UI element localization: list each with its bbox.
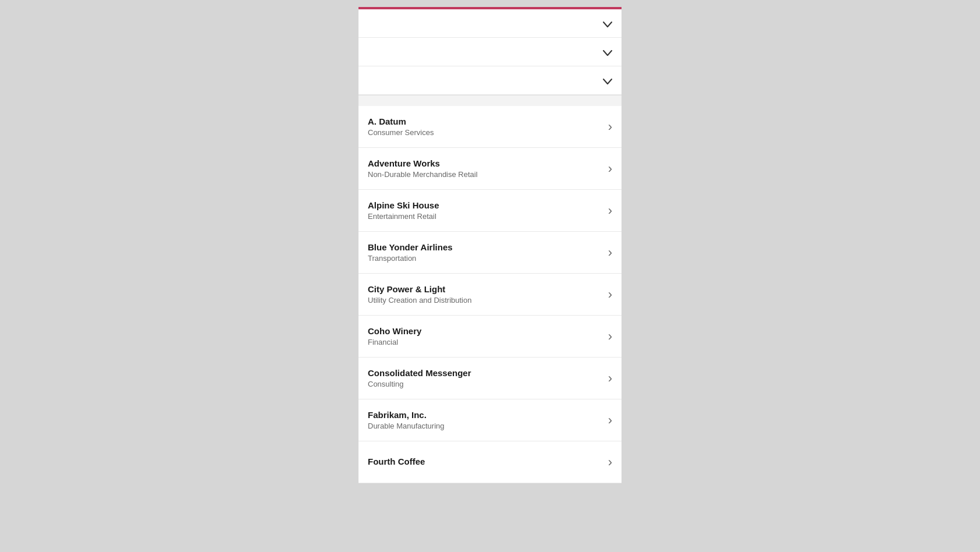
- list-item-fourth-coffee[interactable]: Fourth Coffee›: [358, 441, 622, 483]
- list-item-adventure-works[interactable]: Adventure WorksNon-Durable Merchandise R…: [358, 148, 622, 190]
- list-item-subtitle-a-datum: Consumer Services: [368, 128, 603, 137]
- list-item-content-coho-winery: Coho WineryFinancial: [368, 326, 603, 346]
- list-item-title-alpine-ski-house: Alpine Ski House: [368, 200, 603, 210]
- list-item-title-a-datum: A. Datum: [368, 116, 603, 126]
- filter-row-1[interactable]: [358, 9, 622, 38]
- list-item-content-fabrikam-inc: Fabrikam, Inc.Durable Manufacturing: [368, 410, 603, 430]
- chevron-right-icon-city-power-light: ›: [608, 287, 612, 302]
- list-item-title-blue-yonder-airlines: Blue Yonder Airlines: [368, 242, 603, 252]
- filter-row-2[interactable]: [358, 38, 622, 66]
- list-item-content-alpine-ski-house: Alpine Ski HouseEntertainment Retail: [368, 200, 603, 221]
- list-item-subtitle-fabrikam-inc: Durable Manufacturing: [368, 422, 603, 430]
- list-item-subtitle-consolidated-messenger: Consulting: [368, 380, 603, 388]
- list-item-title-coho-winery: Coho Winery: [368, 326, 603, 336]
- chevron-right-icon-alpine-ski-house: ›: [608, 203, 612, 218]
- list-item-consolidated-messenger[interactable]: Consolidated MessengerConsulting›: [358, 358, 622, 399]
- list-item-title-city-power-light: City Power & Light: [368, 284, 603, 294]
- chevron-down-icon-1: [603, 17, 612, 29]
- list-item-title-consolidated-messenger: Consolidated Messenger: [368, 368, 603, 378]
- filter-row-3[interactable]: [358, 66, 622, 95]
- chevron-right-icon-adventure-works: ›: [608, 161, 612, 176]
- list-item-subtitle-blue-yonder-airlines: Transportation: [368, 254, 603, 263]
- list-item-subtitle-coho-winery: Financial: [368, 338, 603, 346]
- list-item-content-consolidated-messenger: Consolidated MessengerConsulting: [368, 368, 603, 388]
- list-item-content-fourth-coffee: Fourth Coffee: [368, 457, 603, 468]
- list-item-subtitle-adventure-works: Non-Durable Merchandise Retail: [368, 170, 603, 179]
- chevron-right-icon-fabrikam-inc: ›: [608, 413, 612, 428]
- list-item-content-a-datum: A. DatumConsumer Services: [368, 116, 603, 137]
- filter-section: [358, 9, 622, 95]
- list-item-fabrikam-inc[interactable]: Fabrikam, Inc.Durable Manufacturing›: [358, 399, 622, 441]
- list-item-title-fourth-coffee: Fourth Coffee: [368, 457, 603, 466]
- list-item-content-blue-yonder-airlines: Blue Yonder AirlinesTransportation: [368, 242, 603, 263]
- list-item-coho-winery[interactable]: Coho WineryFinancial›: [358, 316, 622, 358]
- chevron-right-icon-consolidated-messenger: ›: [608, 371, 612, 386]
- chevron-right-icon-a-datum: ›: [608, 119, 612, 135]
- main-panel: A. DatumConsumer Services›Adventure Work…: [358, 7, 622, 483]
- list-item-title-adventure-works: Adventure Works: [368, 158, 603, 168]
- list-item-alpine-ski-house[interactable]: Alpine Ski HouseEntertainment Retail›: [358, 190, 622, 232]
- list-item-subtitle-city-power-light: Utility Creation and Distribution: [368, 296, 603, 305]
- list-item-city-power-light[interactable]: City Power & LightUtility Creation and D…: [358, 274, 622, 316]
- spacer: [358, 95, 622, 106]
- chevron-down-icon-3: [603, 75, 612, 86]
- list-item-content-adventure-works: Adventure WorksNon-Durable Merchandise R…: [368, 158, 603, 179]
- list-item-content-city-power-light: City Power & LightUtility Creation and D…: [368, 284, 603, 305]
- chevron-right-icon-fourth-coffee: ›: [608, 455, 612, 470]
- chevron-right-icon-coho-winery: ›: [608, 329, 612, 344]
- list-item-title-fabrikam-inc: Fabrikam, Inc.: [368, 410, 603, 420]
- list-item-a-datum[interactable]: A. DatumConsumer Services›: [358, 106, 622, 148]
- list-item-blue-yonder-airlines[interactable]: Blue Yonder AirlinesTransportation›: [358, 232, 622, 274]
- chevron-down-icon-2: [603, 46, 612, 58]
- chevron-right-icon-blue-yonder-airlines: ›: [608, 245, 612, 260]
- accounts-list: A. DatumConsumer Services›Adventure Work…: [358, 106, 622, 483]
- list-item-subtitle-alpine-ski-house: Entertainment Retail: [368, 212, 603, 221]
